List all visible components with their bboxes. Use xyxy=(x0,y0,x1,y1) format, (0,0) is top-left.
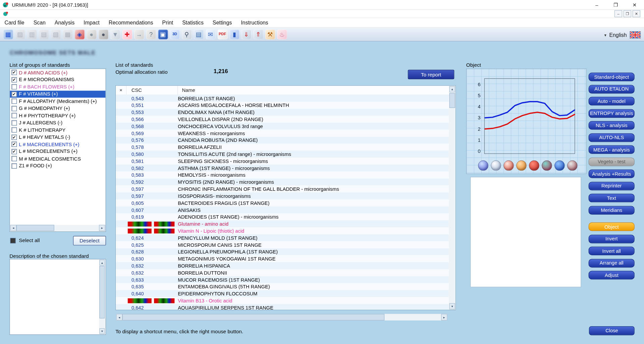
menu-item-analysis[interactable]: Analysis xyxy=(50,18,79,27)
group-checkbox[interactable] xyxy=(11,120,17,125)
standards-row[interactable]: 0,630METAGONIMUS YOKOGAWAI 1ST RANGE xyxy=(116,255,449,262)
select-all-checkbox[interactable] xyxy=(10,238,16,243)
settings-tools-icon[interactable]: ⚒ xyxy=(264,28,276,40)
group-item-l-heavy-metals[interactable]: ✔L # HEAVY METALS (-) xyxy=(10,133,105,140)
scroll-right-icon[interactable]: ► xyxy=(441,314,447,321)
standards-row[interactable]: 0,619ADENOIDES (1ST RANGE) - microorgani… xyxy=(116,213,449,220)
first-aid-icon[interactable]: ✚ xyxy=(121,28,133,40)
drop-icon[interactable]: ▼ xyxy=(109,28,121,40)
menu-item-settings[interactable]: Settings xyxy=(208,18,236,27)
object-button[interactable]: Object xyxy=(589,222,635,231)
scroll-thumb[interactable] xyxy=(99,266,105,319)
menu-item-instructions[interactable]: Instructions xyxy=(236,18,273,27)
group-checkbox[interactable]: ✔ xyxy=(11,77,17,82)
planet-icon[interactable] xyxy=(478,161,489,171)
group-item-z1-food[interactable]: Z1 # FOOD (+) xyxy=(10,162,105,169)
card-file-icon[interactable]: ▦ xyxy=(2,28,14,40)
standards-row[interactable]: 0,625MICROSPORUM CANIS 1ST RANGE xyxy=(116,241,449,248)
group-item-e-microorganisms[interactable]: ✔E # MICROORGANISMS xyxy=(10,76,105,83)
analysis-results-button[interactable]: Analysis +Results xyxy=(589,169,635,178)
group-checkbox[interactable] xyxy=(11,106,17,111)
group-checkbox[interactable]: ✔ xyxy=(11,70,17,75)
standards-row[interactable]: Vitamin B13 - Orotic acid xyxy=(116,297,449,304)
column-header-csc[interactable]: CSC xyxy=(127,86,178,95)
microbe-icon[interactable] xyxy=(567,161,578,171)
standards-row[interactable]: 0,605BACTEROIDES FRAGILIS (1ST RANGE) xyxy=(116,199,449,207)
group-item-j-allergens[interactable]: J # ALLERGENS (-) xyxy=(10,119,105,126)
pdf-icon[interactable]: PDF xyxy=(217,28,228,40)
standards-row[interactable]: Glutamine - amino acid xyxy=(116,220,449,227)
forward-arrow-icon[interactable]: → xyxy=(133,28,145,40)
maximize-button[interactable]: ❐ xyxy=(606,0,625,9)
standards-row[interactable]: 0,543BORRELIA (1ST RANGE) xyxy=(116,95,449,102)
scroll-thumb[interactable] xyxy=(122,314,385,321)
standards-row[interactable]: 0,578BORRELIA AFZELII xyxy=(116,144,449,151)
group-item-l-macroelements[interactable]: ✔L # MACROELEMENTS (+) xyxy=(10,141,105,148)
groups-horizontal-scrollbar[interactable]: ◄ ► xyxy=(10,225,105,231)
standard-object-button[interactable]: Standard-object xyxy=(589,73,635,81)
mail-icon[interactable]: ✉ xyxy=(205,28,216,40)
scroll-left-icon[interactable]: ◄ xyxy=(116,314,122,321)
menu-item-scan[interactable]: Scan xyxy=(29,18,50,27)
group-checkbox[interactable]: ✔ xyxy=(11,134,17,140)
table-vertical-scrollbar[interactable]: ▲ ▼ xyxy=(449,86,456,310)
sphere-dark-icon[interactable]: ● xyxy=(98,28,109,40)
menu-item-statistics[interactable]: Statistics xyxy=(178,18,208,27)
group-item-f-bach-flowers[interactable]: F # BACH FLOWERS (+) xyxy=(10,83,105,90)
group-checkbox[interactable] xyxy=(11,99,17,104)
map-icon[interactable]: ◈ xyxy=(74,28,85,40)
standards-row[interactable]: 0,568ONCHOCERCA VOLVULUS 3rd range xyxy=(116,123,449,130)
cells-icon[interactable] xyxy=(529,161,539,171)
standards-row[interactable]: 0,597ISOSPORIASIS- microorganisms xyxy=(116,192,449,199)
mdi-restore-button[interactable]: ❐ xyxy=(624,10,631,17)
nls-analysis-button[interactable]: NLS - analysis xyxy=(589,121,635,130)
standards-row[interactable]: 0,592MYOSITIS (2ND RANGE) - microorganis… xyxy=(116,178,449,185)
arrange-all-button[interactable]: Arrange all xyxy=(589,259,635,268)
auto-nls-button[interactable]: AUTO-NLS xyxy=(589,133,635,142)
description-scrollbar[interactable]: ▲ ▼ xyxy=(99,260,105,334)
mdi-close-button[interactable]: ✕ xyxy=(633,10,640,17)
group-checkbox[interactable] xyxy=(11,163,17,169)
save-card-icon[interactable]: ⇑ xyxy=(252,28,264,40)
menu-item-recommendations[interactable]: Recommendations xyxy=(104,18,158,27)
chevron-down-icon[interactable]: ▾ xyxy=(604,33,606,37)
entropy-analysis-button[interactable]: ENTROPY analysis xyxy=(589,109,635,118)
group-item-d-amino-acids[interactable]: ✔D # AMINO ACIDS (+) xyxy=(10,69,105,76)
mdi-minimize-button[interactable]: – xyxy=(614,10,622,17)
standards-row[interactable]: 0,583HEMOLYSIS - microorganisms xyxy=(116,172,449,179)
standards-row[interactable]: 0,607ANISAKIS xyxy=(116,207,449,214)
object-results-box[interactable] xyxy=(470,177,581,287)
search-icon[interactable]: ⚲ xyxy=(181,28,192,40)
mega-analysis-button[interactable]: MEGA - analysis xyxy=(589,145,635,154)
standards-row[interactable]: 0,551ASCARIS MEGALOCEFALA - HORSE HELMIN… xyxy=(116,102,449,109)
reprinter-button[interactable]: Reprinter xyxy=(589,182,635,190)
group-item-g-homeopathy[interactable]: G # HOMEOPATHY (+) xyxy=(10,105,105,112)
group-item-l-microelements[interactable]: ✔L # MICROELEMENTS (+) xyxy=(10,148,105,155)
group-item-m-medical-cosmetics[interactable]: M # MEDICAL COSMETICS xyxy=(10,155,105,162)
deselect-button[interactable]: Deselect xyxy=(73,236,106,245)
standards-row[interactable]: 0,580TONSILLITIS ACUTE (2nd range) - mic… xyxy=(116,151,449,158)
standards-row[interactable]: 0,597CHRONIC INFFLAMMATION OF THE GALL B… xyxy=(116,185,449,192)
group-item-f-vitamins[interactable]: ✔F # VITAMINS (+) xyxy=(10,91,105,98)
book-icon[interactable]: ▮ xyxy=(229,28,240,40)
to-report-button[interactable]: To report xyxy=(408,70,454,79)
table-horizontal-scrollbar[interactable]: ◄ ► xyxy=(116,314,447,321)
group-item-k-lithotherapy[interactable]: K # LITHOTHERAPY xyxy=(10,126,105,133)
scroll-thumb[interactable] xyxy=(16,225,54,231)
help-service-icon[interactable]: ? xyxy=(145,28,157,40)
standards-row[interactable]: 0,642AQUASPIRILLIUM SERPENS 1ST RANGE xyxy=(116,304,449,310)
adjust-button[interactable]: Adjust xyxy=(589,271,635,280)
group-checkbox[interactable] xyxy=(11,84,17,90)
standards-row[interactable]: 0,633MUCOR RACEMOSIS (1ST RANGE) xyxy=(116,276,449,283)
standards-row[interactable]: 0,566VEILLONELLA DISPAR (2ND RANGE) xyxy=(116,116,449,123)
organs-icon[interactable] xyxy=(503,161,514,171)
standards-row[interactable]: 0,553ENDOLIMAX NANA (4TH RANGE) xyxy=(116,109,449,116)
scroll-thumb[interactable] xyxy=(449,93,455,108)
group-checkbox[interactable]: ✔ xyxy=(11,92,17,97)
invert-button[interactable]: Invert xyxy=(589,234,635,243)
3d-view-icon[interactable]: 3D xyxy=(169,28,181,40)
sun-icon[interactable] xyxy=(516,161,527,171)
scroll-left-icon[interactable]: ◄ xyxy=(10,225,16,231)
column-header-name[interactable]: Name xyxy=(178,86,449,95)
scroll-right-icon[interactable]: ► xyxy=(99,225,105,231)
